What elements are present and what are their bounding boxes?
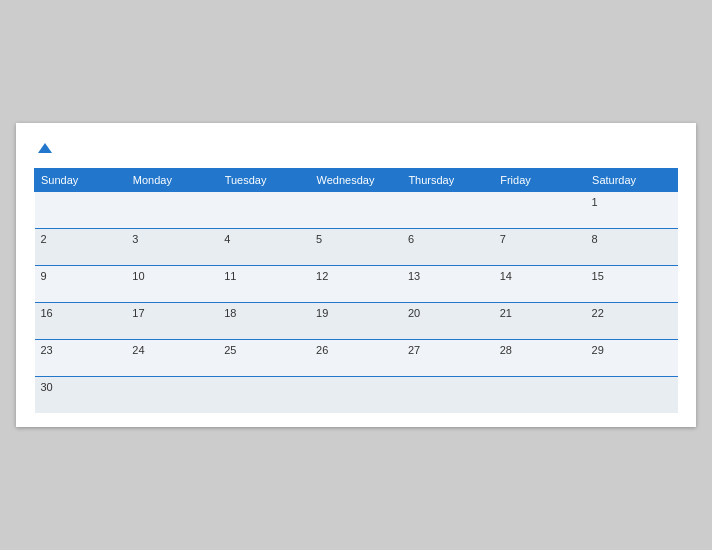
calendar-week-row: 9101112131415 [35,266,678,303]
day-number: 5 [316,233,322,245]
calendar-day-cell: 12 [310,266,402,303]
logo-triangle-icon [38,143,52,153]
calendar-day-cell [126,377,218,414]
calendar-day-cell [218,192,310,229]
day-number: 1 [592,196,598,208]
calendar-day-cell: 9 [35,266,127,303]
weekday-header-monday: Monday [126,169,218,192]
calendar-header [34,141,678,159]
weekday-header-tuesday: Tuesday [218,169,310,192]
calendar-grid: SundayMondayTuesdayWednesdayThursdayFrid… [34,168,678,413]
calendar-header-row: SundayMondayTuesdayWednesdayThursdayFrid… [35,169,678,192]
calendar-day-cell: 16 [35,303,127,340]
calendar-day-cell: 26 [310,340,402,377]
day-number: 6 [408,233,414,245]
calendar-day-cell: 4 [218,229,310,266]
day-number: 27 [408,344,420,356]
calendar-day-cell: 2 [35,229,127,266]
weekday-header-wednesday: Wednesday [310,169,402,192]
calendar-container: SundayMondayTuesdayWednesdayThursdayFrid… [16,123,696,428]
weekday-header-row: SundayMondayTuesdayWednesdayThursdayFrid… [35,169,678,192]
day-number: 23 [41,344,53,356]
calendar-day-cell: 19 [310,303,402,340]
day-number: 7 [500,233,506,245]
day-number: 18 [224,307,236,319]
day-number: 11 [224,270,236,282]
calendar-day-cell [35,192,127,229]
weekday-header-saturday: Saturday [586,169,678,192]
calendar-day-cell: 27 [402,340,494,377]
day-number: 30 [41,381,53,393]
day-number: 9 [41,270,47,282]
calendar-day-cell: 23 [35,340,127,377]
calendar-day-cell: 25 [218,340,310,377]
day-number: 10 [132,270,144,282]
calendar-day-cell [402,192,494,229]
day-number: 19 [316,307,328,319]
day-number: 2 [41,233,47,245]
day-number: 15 [592,270,604,282]
calendar-day-cell: 18 [218,303,310,340]
calendar-week-row: 2345678 [35,229,678,266]
calendar-day-cell [494,192,586,229]
day-number: 4 [224,233,230,245]
calendar-day-cell [494,377,586,414]
calendar-day-cell [218,377,310,414]
calendar-day-cell: 15 [586,266,678,303]
day-number: 22 [592,307,604,319]
day-number: 21 [500,307,512,319]
day-number: 24 [132,344,144,356]
calendar-week-row: 30 [35,377,678,414]
calendar-week-row: 23242526272829 [35,340,678,377]
calendar-day-cell [310,377,402,414]
calendar-week-row: 1 [35,192,678,229]
calendar-day-cell: 21 [494,303,586,340]
calendar-day-cell: 5 [310,229,402,266]
day-number: 29 [592,344,604,356]
day-number: 12 [316,270,328,282]
calendar-body: 1234567891011121314151617181920212223242… [35,192,678,414]
calendar-day-cell: 6 [402,229,494,266]
weekday-header-sunday: Sunday [35,169,127,192]
calendar-day-cell: 10 [126,266,218,303]
calendar-day-cell: 29 [586,340,678,377]
calendar-day-cell: 8 [586,229,678,266]
calendar-day-cell [586,377,678,414]
calendar-day-cell: 22 [586,303,678,340]
calendar-day-cell [126,192,218,229]
calendar-day-cell: 11 [218,266,310,303]
calendar-day-cell [310,192,402,229]
day-number: 26 [316,344,328,356]
calendar-day-cell: 20 [402,303,494,340]
calendar-week-row: 16171819202122 [35,303,678,340]
day-number: 14 [500,270,512,282]
calendar-day-cell: 17 [126,303,218,340]
weekday-header-thursday: Thursday [402,169,494,192]
weekday-header-friday: Friday [494,169,586,192]
day-number: 20 [408,307,420,319]
calendar-day-cell [402,377,494,414]
day-number: 13 [408,270,420,282]
logo-general-text [34,141,52,159]
calendar-day-cell: 24 [126,340,218,377]
calendar-day-cell: 14 [494,266,586,303]
day-number: 16 [41,307,53,319]
calendar-day-cell: 3 [126,229,218,266]
day-number: 8 [592,233,598,245]
calendar-day-cell: 30 [35,377,127,414]
calendar-day-cell: 13 [402,266,494,303]
day-number: 17 [132,307,144,319]
calendar-day-cell: 7 [494,229,586,266]
day-number: 25 [224,344,236,356]
day-number: 28 [500,344,512,356]
calendar-day-cell: 28 [494,340,586,377]
logo [34,141,52,159]
day-number: 3 [132,233,138,245]
calendar-day-cell: 1 [586,192,678,229]
